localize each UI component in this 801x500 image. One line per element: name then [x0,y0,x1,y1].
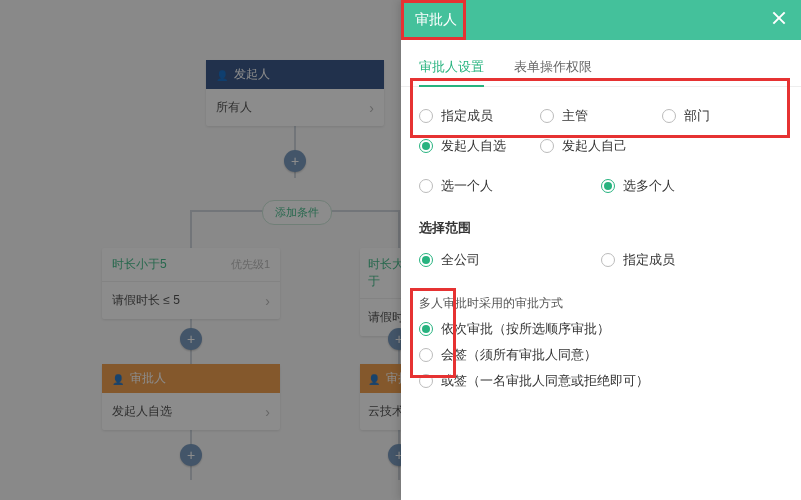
radio-supervisor[interactable]: 主管 [540,107,661,125]
tab-approver-settings[interactable]: 审批人设置 [419,50,484,86]
radio-method-or[interactable]: 或签（一名审批人同意或拒绝即可） [419,372,783,390]
panel-title: 审批人 [415,11,457,29]
radio-method-sequential[interactable]: 依次审批（按所选顺序审批） [419,320,783,338]
close-icon[interactable] [769,8,789,28]
radio-self[interactable]: 发起人自己 [540,137,661,155]
panel-body: 指定成员 主管 部门 发起人自选 发起人自己 选一个人 选多个人 选择范围 全公… [401,87,801,408]
count-options: 选一个人 选多个人 [419,169,783,203]
radio-select-one[interactable]: 选一个人 [419,177,601,195]
panel-tabs: 审批人设置 表单操作权限 [401,50,801,87]
scope-title: 选择范围 [419,219,783,237]
radio-dept[interactable]: 部门 [662,107,783,125]
radio-select-many[interactable]: 选多个人 [601,177,783,195]
radio-self-choose[interactable]: 发起人自选 [419,137,540,155]
radio-member[interactable]: 指定成员 [419,107,540,125]
tab-form-permissions[interactable]: 表单操作权限 [514,50,592,86]
panel-header: 审批人 [401,0,801,40]
scope-options: 全公司 指定成员 [419,243,783,277]
method-options: 依次审批（按所选顺序审批） 会签（须所有审批人同意） 或签（一名审批人同意或拒绝… [419,320,783,390]
radio-scope-members[interactable]: 指定成员 [601,251,783,269]
radio-method-and[interactable]: 会签（须所有审批人同意） [419,346,783,364]
approver-settings-panel: 审批人 审批人设置 表单操作权限 指定成员 主管 部门 发起人自选 发起人自己 … [401,0,801,500]
radio-scope-company[interactable]: 全公司 [419,251,601,269]
approver-type-options: 指定成员 主管 部门 发起人自选 发起人自己 [419,107,783,155]
method-label: 多人审批时采用的审批方式 [419,295,783,312]
